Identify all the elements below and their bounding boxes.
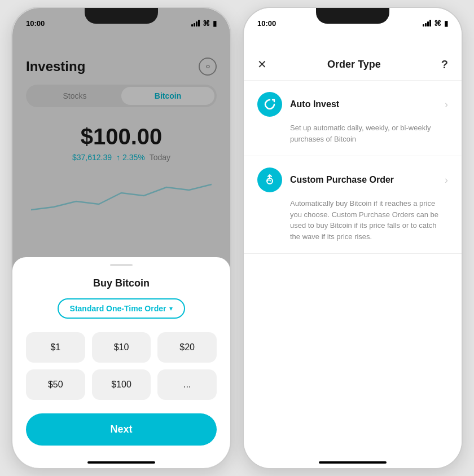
auto-invest-row: Auto Invest › (257, 92, 448, 117)
auto-invest-label: Auto Invest (290, 99, 339, 109)
custom-order-left: Custom Purchase Order (257, 168, 394, 192)
order-type-label: Standard One-Time Order (70, 304, 166, 313)
order-type-screen: 10:00 ⌘ ▮ ✕ Order Type ? (244, 8, 462, 468)
order-type-pill[interactable]: Standard One-Time Order ▾ (58, 298, 186, 319)
wifi-icon-right: ⌘ (434, 19, 441, 28)
help-button[interactable]: ? (441, 58, 448, 71)
amount-100[interactable]: $100 (92, 369, 151, 400)
auto-invest-left: Auto Invest (257, 92, 339, 117)
order-type-header: ✕ Order Type ? (244, 33, 462, 81)
bottom-sheet: Buy Bitcoin Standard One-Time Order ▾ $1… (12, 257, 230, 468)
custom-order-label: Custom Purchase Order (290, 175, 394, 185)
close-button[interactable]: ✕ (257, 58, 267, 71)
chevron-right-icon-1: › (445, 99, 448, 111)
amount-grid: $1 $10 $20 $50 $100 ... (26, 332, 217, 400)
order-type-title: Order Type (327, 59, 381, 70)
amount-50[interactable]: $50 (26, 369, 85, 400)
next-button[interactable]: Next (26, 413, 217, 446)
notch-right (316, 8, 389, 24)
sheet-handle (110, 264, 133, 266)
notch (85, 8, 158, 24)
status-icons-right: ⌘ ▮ (423, 19, 448, 28)
amount-20[interactable]: $20 (157, 332, 217, 363)
sheet-title: Buy Bitcoin (26, 277, 217, 289)
amount-more[interactable]: ... (157, 369, 217, 400)
custom-order-icon (257, 168, 282, 192)
chevron-right-icon-2: › (445, 174, 448, 186)
custom-order-desc: Automatically buy Bitcoin if it reaches … (257, 198, 448, 242)
dropdown-arrow-icon: ▾ (169, 305, 173, 312)
battery-icon-right: ▮ (444, 19, 448, 28)
home-indicator-left (87, 461, 155, 464)
amount-10[interactable]: $10 (92, 332, 151, 363)
right-phone: 10:00 ⌘ ▮ ✕ Order Type ? (243, 7, 463, 469)
time-right: 10:00 (257, 19, 276, 28)
auto-invest-desc: Set up automatic daily, weekly, or bi-we… (257, 122, 448, 144)
custom-order-row: Custom Purchase Order › (257, 168, 448, 192)
home-screen: 10:00 ⌘ ▮ Investing ⚬ Stocks Bitcoin $10… (12, 8, 230, 468)
home-indicator-right (319, 461, 387, 464)
custom-order-option[interactable]: Custom Purchase Order › Automatically bu… (244, 156, 462, 254)
amount-1[interactable]: $1 (26, 332, 85, 363)
signal-icon-right (423, 20, 431, 27)
auto-invest-option[interactable]: Auto Invest › Set up automatic daily, we… (244, 81, 462, 156)
left-phone: 10:00 ⌘ ▮ Investing ⚬ Stocks Bitcoin $10… (11, 7, 231, 469)
auto-invest-icon (257, 92, 282, 117)
